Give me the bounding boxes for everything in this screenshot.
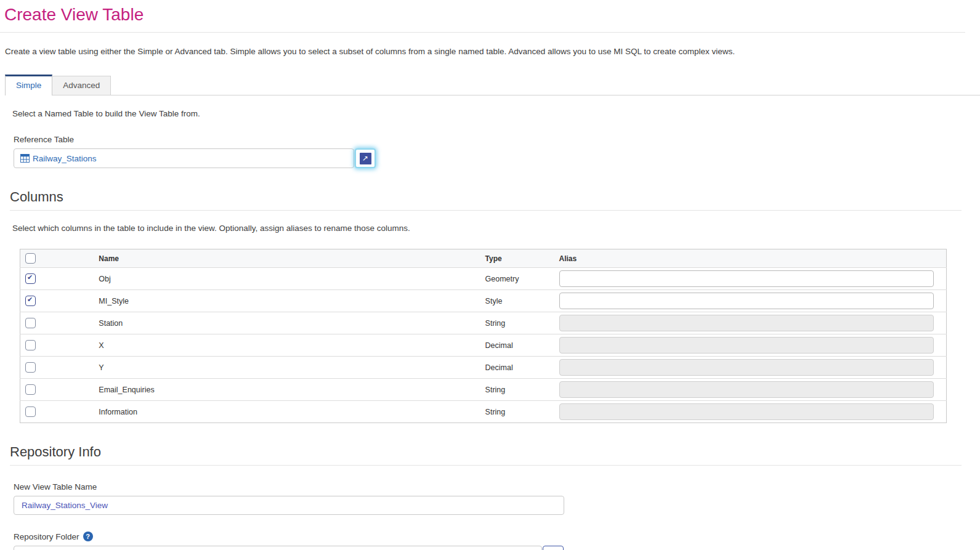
reference-table-input-group: Railway_Stations ↗ [14, 148, 980, 168]
new-view-table-name-label: New View Table Name [14, 482, 980, 491]
column-select-checkbox[interactable] [25, 340, 36, 350]
tab-bar: Simple Advanced [5, 75, 980, 95]
table-row: Information String [20, 401, 947, 423]
new-view-table-name-input[interactable] [14, 496, 564, 515]
column-alias-input[interactable] [559, 337, 934, 354]
column-type-cell: Geometry [480, 268, 554, 290]
simple-tab-instruction: Select a Named Table to build the View T… [12, 109, 980, 118]
column-type-cell: Style [480, 290, 554, 312]
column-select-checkbox[interactable] [25, 296, 36, 306]
repository-folder-input-group: ↗ [14, 546, 980, 550]
alias-column-header: Alias [554, 249, 947, 268]
columns-table-header: Name Type Alias [20, 249, 947, 268]
tab-advanced[interactable]: Advanced [52, 76, 111, 95]
column-name-cell: Obj [94, 268, 480, 290]
table-grid-icon [20, 154, 30, 163]
table-row: Obj Geometry [20, 268, 947, 290]
column-name-cell: X [94, 334, 480, 357]
columns-section-divider [10, 210, 962, 211]
page-title: Create View Table [4, 5, 980, 25]
reference-table-label: Reference Table [14, 135, 980, 144]
repository-info-heading: Repository Info [10, 444, 980, 460]
column-type-cell: String [480, 401, 554, 423]
open-picker-ne-arrow-icon: ↗ [360, 153, 371, 164]
table-row: X Decimal [20, 334, 947, 357]
table-row: MI_Style Style [20, 290, 947, 312]
column-alias-input[interactable] [559, 381, 934, 398]
column-select-checkbox[interactable] [25, 384, 36, 395]
repository-folder-input[interactable] [14, 546, 542, 550]
column-type-cell: String [480, 379, 554, 401]
type-column-header: Type [480, 249, 554, 268]
table-row: Y Decimal [20, 357, 947, 379]
column-name-cell: MI_Style [94, 290, 480, 312]
columns-table: Name Type Alias Obj Geometry MI_Style St… [20, 249, 947, 423]
columns-section-heading: Columns [10, 189, 980, 205]
reference-table-field[interactable]: Railway_Stations [14, 148, 354, 168]
repository-folder-label: Repository Folder ? [14, 532, 980, 541]
column-select-checkbox[interactable] [25, 318, 36, 328]
column-type-cell: Decimal [480, 357, 554, 379]
reference-table-browse-button[interactable]: ↗ [355, 148, 376, 168]
table-row: Station String [20, 312, 947, 334]
table-row: Email_Enquiries String [20, 379, 947, 401]
name-column-header: Name [94, 249, 480, 268]
column-type-cell: String [480, 312, 554, 334]
column-name-cell: Station [94, 312, 480, 334]
columns-table-body: Obj Geometry MI_Style Style Station Stri… [20, 268, 947, 423]
page-description: Create a view table using either the Sim… [5, 47, 965, 56]
title-divider [0, 32, 965, 33]
tab-simple[interactable]: Simple [5, 75, 52, 95]
select-all-header-cell [20, 249, 94, 268]
column-select-checkbox[interactable] [25, 406, 36, 417]
repository-info-divider [10, 465, 962, 466]
reference-table-label-text: Reference Table [14, 135, 74, 144]
column-select-checkbox[interactable] [25, 362, 36, 373]
column-name-cell: Email_Enquiries [94, 379, 480, 401]
select-all-checkbox[interactable] [25, 253, 36, 264]
column-name-cell: Y [94, 357, 480, 379]
create-view-table-page: Create View Table Create a view table us… [0, 5, 980, 550]
column-alias-input[interactable] [559, 270, 934, 287]
column-alias-input[interactable] [559, 315, 934, 331]
column-type-cell: Decimal [480, 334, 554, 357]
column-alias-input[interactable] [559, 403, 934, 420]
repository-folder-label-text: Repository Folder [14, 532, 79, 541]
columns-section-description: Select which columns in the table to inc… [12, 224, 980, 233]
columns-header-row: Name Type Alias [20, 249, 947, 268]
column-select-checkbox[interactable] [25, 273, 36, 284]
repository-folder-browse-button[interactable]: ↗ [543, 546, 564, 550]
column-name-cell: Information [94, 401, 480, 423]
column-alias-input[interactable] [559, 293, 934, 309]
help-icon[interactable]: ? [83, 532, 93, 541]
new-view-table-name-label-text: New View Table Name [14, 482, 97, 491]
column-alias-input[interactable] [559, 359, 934, 376]
reference-table-value: Railway_Stations [33, 154, 97, 163]
